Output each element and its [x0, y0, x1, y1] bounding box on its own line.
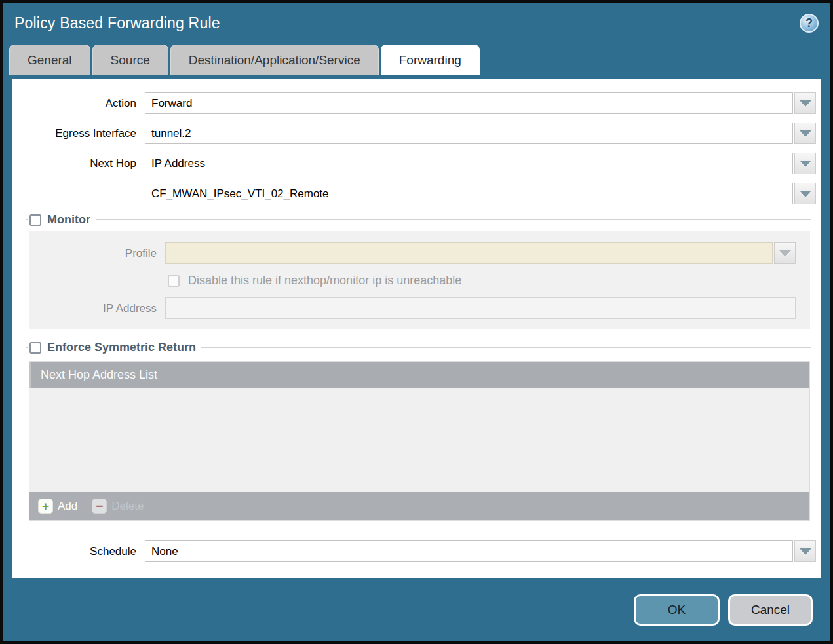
chevron-down-icon	[800, 100, 811, 107]
monitor-checkbox[interactable]	[29, 214, 41, 226]
policy-based-forwarding-dialog: Policy Based Forwarding Rule ? General S…	[0, 0, 833, 644]
next-hop-label: Next Hop	[12, 157, 145, 170]
help-icon[interactable]: ?	[800, 14, 819, 33]
monitor-group-label: Monitor	[47, 213, 90, 227]
next-hop-type-input[interactable]	[145, 153, 793, 174]
dialog-footer: OK Cancel	[3, 578, 830, 641]
tab-content-forwarding: Action Egress Interface Next Hop	[12, 79, 821, 578]
next-hop-address-table-header: Next Hop Address List	[29, 362, 809, 388]
enforce-symmetric-return-checkbox[interactable]	[29, 342, 41, 354]
profile-input	[165, 242, 773, 264]
monitor-group-body: Profile Disable this rule if nexthop/mon…	[29, 231, 810, 329]
profile-row: Profile	[29, 242, 796, 264]
cancel-button[interactable]: Cancel	[728, 594, 813, 626]
dialog-title: Policy Based Forwarding Rule	[14, 14, 220, 32]
next-hop-type-dropdown-button[interactable]	[794, 153, 816, 174]
plus-icon: +	[38, 499, 53, 514]
next-hop-address-dropdown-button[interactable]	[794, 183, 816, 204]
tab-forwarding[interactable]: Forwarding	[381, 45, 480, 75]
monitor-ip-address-label: IP Address	[29, 302, 165, 315]
action-label: Action	[12, 97, 145, 110]
monitor-group: Monitor Profile Disable this rule if nex…	[26, 213, 811, 329]
dialog-titlebar: Policy Based Forwarding Rule ?	[3, 3, 830, 43]
next-hop-address-table-body[interactable]	[29, 388, 809, 492]
add-button-label: Add	[58, 500, 77, 513]
tab-general[interactable]: General	[9, 45, 90, 75]
disable-rule-label: Disable this rule if nexthop/monitor ip …	[188, 274, 461, 288]
tab-source[interactable]: Source	[92, 45, 168, 75]
schedule-row: Schedule	[12, 540, 816, 562]
chevron-down-icon	[800, 191, 811, 197]
symmetric-return-group: Enforce Symmetric Return Next Hop Addres…	[26, 341, 811, 521]
next-hop-address-row	[12, 183, 816, 204]
profile-dropdown-button	[774, 242, 796, 264]
disable-rule-row: Disable this rule if nexthop/monitor ip …	[168, 274, 801, 288]
egress-interface-row: Egress Interface	[12, 123, 816, 144]
chevron-down-icon	[800, 161, 811, 167]
schedule-label: Schedule	[12, 545, 145, 558]
egress-interface-input[interactable]	[145, 123, 793, 144]
next-hop-address-table-footer: + Add − Delete	[29, 492, 809, 520]
egress-interface-dropdown-button[interactable]	[794, 123, 816, 144]
monitor-ip-address-row: IP Address	[29, 297, 796, 319]
delete-button-label: Delete	[111, 500, 144, 513]
tab-destination-application-service[interactable]: Destination/Application/Service	[170, 45, 379, 75]
minus-icon: −	[92, 499, 107, 514]
next-hop-row: Next Hop	[12, 153, 816, 174]
monitor-ip-address-input	[165, 297, 796, 319]
profile-label: Profile	[29, 247, 165, 260]
next-hop-address-input[interactable]	[145, 183, 793, 204]
action-row: Action	[12, 92, 816, 114]
chevron-down-icon	[779, 250, 791, 257]
chevron-down-icon	[800, 130, 811, 137]
schedule-input[interactable]	[145, 540, 793, 562]
tab-bar: General Source Destination/Application/S…	[3, 43, 830, 75]
next-hop-address-table: Next Hop Address List + Add − Delete	[29, 361, 810, 521]
action-input[interactable]	[145, 92, 793, 114]
egress-interface-label: Egress Interface	[12, 127, 145, 140]
add-button[interactable]: + Add	[38, 499, 77, 514]
disable-rule-checkbox	[168, 275, 180, 287]
schedule-dropdown-button[interactable]	[794, 540, 816, 562]
action-dropdown-button[interactable]	[794, 92, 816, 114]
ok-button[interactable]: OK	[634, 594, 720, 626]
enforce-symmetric-return-label: Enforce Symmetric Return	[47, 341, 196, 354]
chevron-down-icon	[800, 548, 811, 555]
delete-button: − Delete	[92, 499, 144, 514]
